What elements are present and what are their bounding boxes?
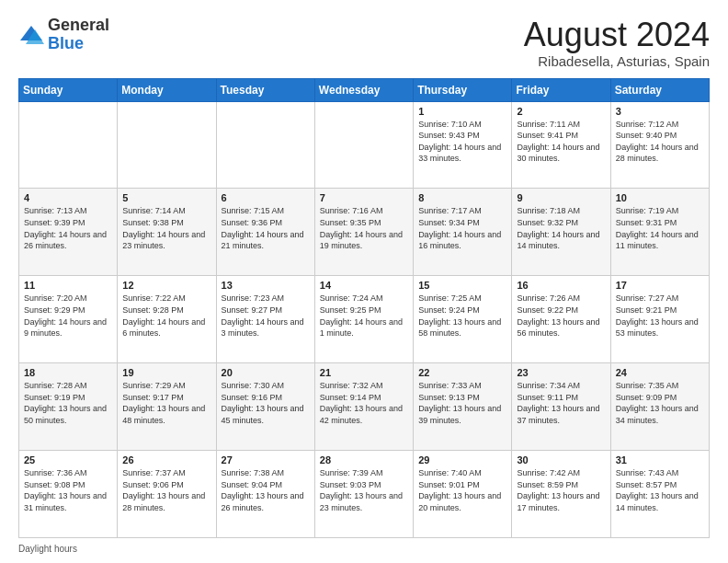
calendar-cell: 29Sunrise: 7:40 AM Sunset: 9:01 PM Dayli… [414, 451, 512, 538]
calendar-cell: 28Sunrise: 7:39 AM Sunset: 9:03 PM Dayli… [314, 451, 413, 538]
day-info: Sunrise: 7:27 AM Sunset: 9:21 PM Dayligh… [616, 293, 704, 339]
calendar-cell: 1Sunrise: 7:10 AM Sunset: 9:43 PM Daylig… [414, 101, 512, 189]
calendar-cell: 25Sunrise: 7:36 AM Sunset: 9:08 PM Dayli… [19, 451, 118, 538]
calendar-cell: 21Sunrise: 7:32 AM Sunset: 9:14 PM Dayli… [314, 363, 413, 451]
day-number: 15 [418, 280, 506, 291]
month-year: August 2024 [524, 17, 710, 53]
calendar-week-row: 18Sunrise: 7:28 AM Sunset: 9:19 PM Dayli… [19, 363, 710, 451]
day-number: 26 [122, 454, 210, 465]
day-info: Sunrise: 7:10 AM Sunset: 9:43 PM Dayligh… [418, 119, 506, 165]
day-number: 29 [418, 454, 506, 465]
day-info: Sunrise: 7:35 AM Sunset: 9:09 PM Dayligh… [616, 380, 704, 426]
calendar-cell: 22Sunrise: 7:33 AM Sunset: 9:13 PM Dayli… [414, 363, 512, 451]
calendar-cell: 26Sunrise: 7:37 AM Sunset: 9:06 PM Dayli… [118, 451, 216, 538]
day-number: 10 [616, 192, 704, 203]
calendar-cell: 16Sunrise: 7:26 AM Sunset: 9:22 PM Dayli… [512, 276, 610, 363]
logo-blue-text: Blue [48, 34, 84, 52]
day-info: Sunrise: 7:22 AM Sunset: 9:28 PM Dayligh… [122, 293, 210, 339]
day-info: Sunrise: 7:32 AM Sunset: 9:14 PM Dayligh… [320, 380, 408, 426]
calendar-cell [314, 101, 413, 189]
calendar-cell: 12Sunrise: 7:22 AM Sunset: 9:28 PM Dayli… [118, 276, 216, 363]
calendar-cell: 23Sunrise: 7:34 AM Sunset: 9:11 PM Dayli… [512, 363, 610, 451]
day-info: Sunrise: 7:38 AM Sunset: 9:04 PM Dayligh… [222, 467, 310, 513]
day-number: 4 [24, 192, 112, 203]
day-number: 21 [320, 367, 408, 378]
day-info: Sunrise: 7:19 AM Sunset: 9:31 PM Dayligh… [616, 205, 704, 251]
day-info: Sunrise: 7:20 AM Sunset: 9:29 PM Dayligh… [24, 293, 112, 339]
location: Ribadesella, Asturias, Spain [524, 53, 710, 69]
calendar-week-row: 1Sunrise: 7:10 AM Sunset: 9:43 PM Daylig… [19, 101, 710, 189]
day-info: Sunrise: 7:40 AM Sunset: 9:01 PM Dayligh… [418, 467, 506, 513]
day-number: 13 [222, 280, 310, 291]
logo-icon [18, 22, 44, 48]
calendar-cell [19, 101, 118, 189]
calendar-cell [118, 101, 216, 189]
day-info: Sunrise: 7:13 AM Sunset: 9:39 PM Dayligh… [24, 205, 112, 251]
day-info: Sunrise: 7:15 AM Sunset: 9:36 PM Dayligh… [222, 205, 310, 251]
col-header-saturday: Saturday [610, 78, 709, 101]
day-number: 31 [616, 454, 704, 465]
calendar-cell: 31Sunrise: 7:43 AM Sunset: 8:57 PM Dayli… [610, 451, 709, 538]
day-number: 16 [517, 280, 605, 291]
calendar-cell: 11Sunrise: 7:20 AM Sunset: 9:29 PM Dayli… [19, 276, 118, 363]
day-info: Sunrise: 7:36 AM Sunset: 9:08 PM Dayligh… [24, 467, 112, 513]
day-number: 30 [517, 454, 605, 465]
day-number: 24 [616, 367, 704, 378]
logo: General Blue [18, 17, 109, 53]
calendar-cell: 17Sunrise: 7:27 AM Sunset: 9:21 PM Dayli… [610, 276, 709, 363]
col-header-friday: Friday [512, 78, 610, 101]
day-info: Sunrise: 7:33 AM Sunset: 9:13 PM Dayligh… [418, 380, 506, 426]
calendar-cell: 3Sunrise: 7:12 AM Sunset: 9:40 PM Daylig… [610, 101, 709, 189]
day-info: Sunrise: 7:25 AM Sunset: 9:24 PM Dayligh… [418, 293, 506, 339]
day-info: Sunrise: 7:37 AM Sunset: 9:06 PM Dayligh… [122, 467, 210, 513]
day-number: 5 [122, 192, 210, 203]
day-info: Sunrise: 7:18 AM Sunset: 9:32 PM Dayligh… [517, 205, 605, 251]
day-number: 1 [418, 106, 506, 117]
col-header-thursday: Thursday [414, 78, 512, 101]
day-number: 14 [320, 280, 408, 291]
calendar-cell: 18Sunrise: 7:28 AM Sunset: 9:19 PM Dayli… [19, 363, 118, 451]
day-number: 25 [24, 454, 112, 465]
day-info: Sunrise: 7:11 AM Sunset: 9:41 PM Dayligh… [517, 119, 605, 165]
calendar-cell: 4Sunrise: 7:13 AM Sunset: 9:39 PM Daylig… [19, 189, 118, 276]
day-info: Sunrise: 7:43 AM Sunset: 8:57 PM Dayligh… [616, 467, 704, 513]
day-info: Sunrise: 7:12 AM Sunset: 9:40 PM Dayligh… [616, 119, 704, 165]
day-number: 2 [517, 106, 605, 117]
calendar-cell: 9Sunrise: 7:18 AM Sunset: 9:32 PM Daylig… [512, 189, 610, 276]
day-info: Sunrise: 7:26 AM Sunset: 9:22 PM Dayligh… [517, 293, 605, 339]
calendar-header-row: SundayMondayTuesdayWednesdayThursdayFrid… [19, 78, 710, 101]
day-number: 17 [616, 280, 704, 291]
day-number: 11 [24, 280, 112, 291]
calendar-cell: 13Sunrise: 7:23 AM Sunset: 9:27 PM Dayli… [216, 276, 314, 363]
day-info: Sunrise: 7:42 AM Sunset: 8:59 PM Dayligh… [517, 467, 605, 513]
day-number: 7 [320, 192, 408, 203]
calendar-cell: 2Sunrise: 7:11 AM Sunset: 9:41 PM Daylig… [512, 101, 610, 189]
col-header-monday: Monday [118, 78, 216, 101]
day-number: 27 [222, 454, 310, 465]
day-info: Sunrise: 7:28 AM Sunset: 9:19 PM Dayligh… [24, 380, 112, 426]
calendar-week-row: 25Sunrise: 7:36 AM Sunset: 9:08 PM Dayli… [19, 451, 710, 538]
calendar-cell: 20Sunrise: 7:30 AM Sunset: 9:16 PM Dayli… [216, 363, 314, 451]
calendar-cell: 8Sunrise: 7:17 AM Sunset: 9:34 PM Daylig… [414, 189, 512, 276]
calendar-cell: 27Sunrise: 7:38 AM Sunset: 9:04 PM Dayli… [216, 451, 314, 538]
col-header-tuesday: Tuesday [216, 78, 314, 101]
day-number: 23 [517, 367, 605, 378]
col-header-sunday: Sunday [19, 78, 118, 101]
calendar-table: SundayMondayTuesdayWednesdayThursdayFrid… [18, 78, 710, 538]
day-info: Sunrise: 7:16 AM Sunset: 9:35 PM Dayligh… [320, 205, 408, 251]
calendar-cell: 7Sunrise: 7:16 AM Sunset: 9:35 PM Daylig… [314, 189, 413, 276]
day-number: 3 [616, 106, 704, 117]
calendar-cell: 6Sunrise: 7:15 AM Sunset: 9:36 PM Daylig… [216, 189, 314, 276]
day-info: Sunrise: 7:24 AM Sunset: 9:25 PM Dayligh… [320, 293, 408, 339]
calendar-cell: 19Sunrise: 7:29 AM Sunset: 9:17 PM Dayli… [118, 363, 216, 451]
day-info: Sunrise: 7:39 AM Sunset: 9:03 PM Dayligh… [320, 467, 408, 513]
calendar-cell: 14Sunrise: 7:24 AM Sunset: 9:25 PM Dayli… [314, 276, 413, 363]
daylight-label: Daylight hours [18, 544, 77, 554]
day-number: 22 [418, 367, 506, 378]
calendar-cell: 30Sunrise: 7:42 AM Sunset: 8:59 PM Dayli… [512, 451, 610, 538]
day-number: 19 [122, 367, 210, 378]
day-info: Sunrise: 7:30 AM Sunset: 9:16 PM Dayligh… [222, 380, 310, 426]
footer: Daylight hours [18, 544, 710, 554]
col-header-wednesday: Wednesday [314, 78, 413, 101]
day-number: 18 [24, 367, 112, 378]
